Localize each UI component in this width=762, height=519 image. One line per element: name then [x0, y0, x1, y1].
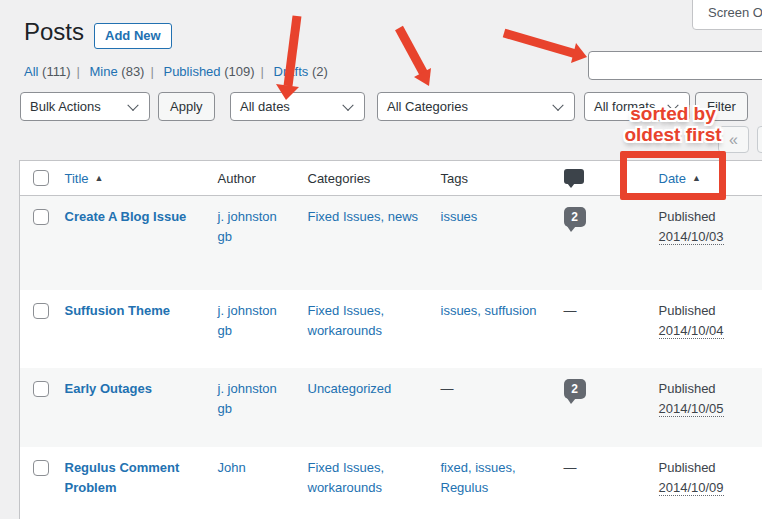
- filter-button[interactable]: Filter: [695, 92, 748, 121]
- category-links[interactable]: Fixed Issues, workarounds: [308, 458, 426, 498]
- formats-filter-select[interactable]: All formats: [584, 92, 690, 121]
- prev-page-button[interactable]: [757, 126, 762, 153]
- search-posts-input[interactable]: [588, 51, 762, 80]
- dates-filter-select[interactable]: All dates: [230, 92, 365, 121]
- row-checkbox[interactable]: [33, 209, 49, 225]
- view-count-drafts: (2): [312, 64, 328, 79]
- table-row: Regulus Comment Problem John Fixed Issue…: [20, 447, 762, 519]
- apply-button[interactable]: Apply: [158, 92, 215, 121]
- view-filter-links: All (111)| Mine (83)| Published (109)| D…: [24, 64, 328, 79]
- comment-bubble-icon[interactable]: [564, 169, 584, 184]
- page-title: Posts: [24, 18, 84, 46]
- post-title-link[interactable]: Regulus Comment Problem: [65, 458, 191, 498]
- post-date: 2014/10/09: [659, 480, 724, 496]
- bulk-actions-select[interactable]: Bulk Actions: [20, 92, 150, 121]
- category-links[interactable]: Uncategorized: [308, 379, 426, 399]
- view-link-published[interactable]: Published: [163, 64, 220, 79]
- tags-column-header: Tags: [441, 161, 564, 196]
- post-date: 2014/10/05: [659, 401, 724, 417]
- view-count-published: (109): [224, 64, 254, 79]
- sort-by-date-header[interactable]: Date: [659, 171, 686, 186]
- tag-links[interactable]: issues: [441, 207, 553, 227]
- arrow-to-dates-filter: [276, 16, 299, 100]
- view-link-mine[interactable]: Mine: [90, 64, 118, 79]
- posts-table: Title▲ Author Categories Tags Date▲ Crea…: [19, 160, 762, 519]
- select-all-checkbox[interactable]: [33, 170, 49, 186]
- separator: |: [261, 64, 264, 79]
- screen-options-tab[interactable]: Screen O: [692, 0, 762, 30]
- post-status: Published: [659, 303, 716, 318]
- category-links[interactable]: Fixed Issues, workarounds: [308, 301, 426, 341]
- row-checkbox[interactable]: [33, 381, 49, 397]
- first-page-button[interactable]: «: [718, 126, 749, 153]
- author-link[interactable]: j. johnston gb: [218, 301, 288, 341]
- view-link-drafts[interactable]: Drafts: [274, 64, 309, 79]
- post-title-link[interactable]: Create A Blog Issue: [65, 207, 191, 227]
- post-title-link[interactable]: Suffusion Theme: [65, 301, 191, 321]
- sort-asc-icon: ▲: [95, 173, 104, 183]
- arrow-to-search-box: [504, 33, 587, 63]
- post-status: Published: [659, 381, 716, 396]
- view-link-all[interactable]: All: [24, 64, 38, 79]
- categories-column-header: Categories: [308, 161, 441, 196]
- post-status: Published: [659, 460, 716, 475]
- post-status: Published: [659, 209, 716, 224]
- no-comments-dash: —: [564, 303, 577, 318]
- arrow-to-categories-filter: [399, 28, 431, 86]
- view-count-mine: (83): [121, 64, 144, 79]
- row-checkbox[interactable]: [33, 460, 49, 476]
- add-new-button[interactable]: Add New: [94, 23, 172, 49]
- table-row: Create A Blog Issue j. johnston gb Fixed…: [20, 196, 762, 290]
- posts-admin-page: Screen O Posts Add New All (111)| Mine (…: [0, 0, 762, 519]
- post-date: 2014/10/03: [659, 229, 724, 245]
- row-checkbox[interactable]: [33, 303, 49, 319]
- sort-asc-icon: ▲: [692, 173, 701, 183]
- separator: |: [150, 64, 153, 79]
- separator: |: [77, 64, 80, 79]
- author-link[interactable]: j. johnston gb: [218, 207, 288, 247]
- table-row: Early Outages j. johnston gb Uncategoriz…: [20, 368, 762, 447]
- table-row: Suffusion Theme j. johnston gb Fixed Iss…: [20, 290, 762, 368]
- category-links[interactable]: Fixed Issues, news: [308, 207, 426, 227]
- comment-count-badge[interactable]: 2: [564, 207, 586, 227]
- post-date: 2014/10/04: [659, 323, 724, 339]
- tag-links[interactable]: issues, suffusion: [441, 301, 553, 321]
- comment-count-badge[interactable]: 2: [564, 379, 586, 399]
- no-comments-dash: —: [564, 460, 577, 475]
- author-link[interactable]: j. johnston gb: [218, 379, 288, 419]
- post-title-link[interactable]: Early Outages: [65, 379, 191, 399]
- sort-by-title-header[interactable]: Title: [65, 171, 89, 186]
- tag-links[interactable]: fixed, issues, Regulus: [441, 458, 553, 498]
- author-link[interactable]: John: [218, 458, 288, 478]
- categories-filter-select[interactable]: All Categories: [377, 92, 575, 121]
- author-column-header: Author: [218, 161, 308, 196]
- no-tags-dash: —: [441, 381, 454, 396]
- view-count-all: (111): [42, 64, 70, 79]
- table-header-row: Title▲ Author Categories Tags Date▲: [20, 161, 762, 196]
